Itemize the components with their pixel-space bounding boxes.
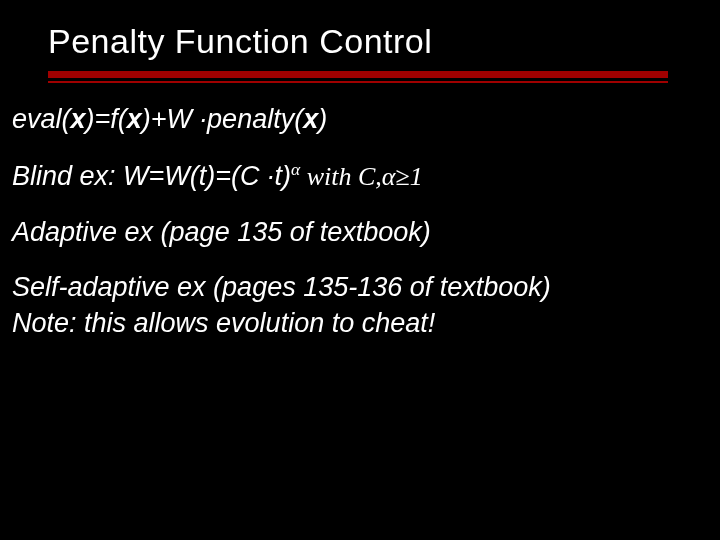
eq1-part4: ) [318,104,327,134]
equation-blind: Blind ex: W=W(t)=(C ·t)α with C,α≥1 [12,159,700,194]
eq2-sup: α [291,159,300,179]
slide-body: eval(x)=f(x)+W ·penalty(x) Blind ex: W=W… [0,85,720,341]
selfadaptive-line: Self-adaptive ex (pages 135-136 of textb… [12,271,700,305]
note-line: Note: this allows evolution to cheat! [12,307,700,341]
eq1-part2: )=f( [86,104,127,134]
eq1-x1: x [71,104,86,134]
eq1-part3: )+W ·penalty( [142,104,303,134]
title-divider [48,71,668,85]
adaptive-line: Adaptive ex (page 135 of textbook) [12,216,700,250]
eq1-x2: x [127,104,142,134]
equation-eval: eval(x)=f(x)+W ·penalty(x) [12,103,700,137]
slide: Penalty Function Control eval(x)=f(x)+W … [0,0,720,540]
eq2-label: Blind ex: W=W(t)=(C ·t) [12,161,291,191]
slide-title: Penalty Function Control [48,22,720,61]
divider-thick [48,71,668,78]
eq1-part1: eval( [12,104,71,134]
eq1-x3: x [303,104,318,134]
eq2-tail: with C,α≥1 [300,162,423,191]
divider-thin [48,81,668,83]
title-area: Penalty Function Control [0,0,720,61]
